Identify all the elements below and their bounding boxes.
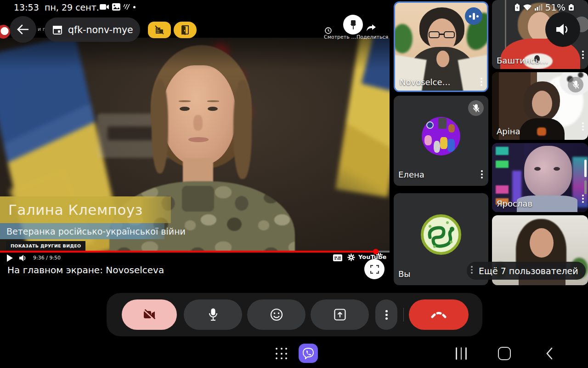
yaroslav-eye-right: [554, 167, 560, 171]
tile-menu-button[interactable]: [481, 78, 482, 86]
caption-subtitle-text: Ветеранка російсько-української війни: [0, 226, 186, 236]
more-users-pill[interactable]: Ещё 7 пользователей: [467, 262, 586, 280]
device-status-icons: 51%: [514, 2, 574, 13]
participant-name: Novoselce…: [400, 77, 451, 87]
glasses-right: [444, 31, 455, 38]
watch-later-label[interactable]: Смотреть …: [324, 34, 356, 40]
call-controls-bar: [107, 293, 482, 336]
viber-app-button[interactable]: [299, 344, 318, 363]
caption-banner-subtitle: Ветеранка російсько-української війни: [0, 223, 164, 239]
pinned-banner-text: На главном экране: Novoselceva: [7, 264, 164, 276]
speaker-icon: [555, 23, 570, 36]
mic-icon: [209, 308, 218, 321]
person-hair-right: [233, 80, 252, 179]
app-grid-button[interactable]: [276, 348, 288, 360]
back-arrow-icon: [17, 24, 29, 34]
meeting-code-pill[interactable]: qfk-nonv-mye: [45, 17, 140, 42]
fullscreen-button[interactable]: [364, 259, 384, 279]
sidebar-scrollbar-track[interactable]: [584, 180, 587, 194]
participant-tile-elena[interactable]: Елена: [394, 96, 488, 186]
meet-call-screen: 13:53 пн, 29 сент.: [0, 0, 588, 368]
subtitles-icon[interactable]: [333, 254, 342, 261]
wifi-icon: [523, 4, 532, 12]
participant-name: Аріна: [497, 126, 520, 136]
snake-avatar-art: [424, 217, 458, 252]
participant-name: Баштинсь…: [497, 56, 548, 65]
plant-decoration-left: [394, 24, 413, 53]
person-hair-left: [152, 79, 168, 173]
participant-tile-novoselceva[interactable]: Novoselce…: [394, 1, 488, 92]
meeting-code-text: qfk-nonv-mye: [68, 24, 133, 35]
volume-icon[interactable]: [19, 254, 28, 262]
yaroslav-head: [524, 146, 572, 198]
recents-button[interactable]: [456, 347, 467, 360]
watch-later-clock-icon: [325, 27, 332, 34]
battery-percent: 51%: [545, 2, 565, 13]
shared-screen-region: Галина Клемпоуз Ветеранка російсько-укра…: [0, 14, 390, 290]
controls-divider: [403, 308, 404, 322]
camcorder-icon: [99, 3, 109, 11]
participant-tile-arina[interactable]: Аріна: [492, 72, 588, 140]
mic-muted-icon: [568, 77, 583, 92]
shrink-icon[interactable]: [376, 253, 383, 259]
play-icon[interactable]: [6, 254, 13, 262]
tile-menu-button[interactable]: [582, 195, 584, 203]
participant-tile-yaroslav[interactable]: Ярослав: [492, 143, 588, 212]
building-mode-off-button[interactable]: [148, 22, 171, 38]
picture-in-picture-icon: [112, 3, 120, 11]
novoselceva-hand: [436, 51, 449, 67]
person-mouth: [188, 137, 209, 142]
back-nav-button[interactable]: [546, 347, 553, 360]
fullscreen-icon: [370, 265, 379, 274]
pin-button[interactable]: [343, 15, 363, 34]
video-title-fragment: и г: [38, 26, 45, 32]
signal-bars-icon: [535, 4, 543, 11]
yaroslav-eye-left: [534, 167, 541, 171]
participant-name: Елена: [398, 170, 424, 179]
battery-lock-icon: [568, 4, 574, 11]
volume-control-button[interactable]: [545, 12, 580, 47]
video-time-display: 9:36 / 9:50: [33, 255, 61, 261]
glasses-left: [429, 31, 440, 38]
person-brow-left: [179, 100, 191, 102]
status-date: пн, 29 сент.: [45, 2, 99, 12]
dot-indicator: [133, 6, 136, 8]
novoselceva-cardigan-right: [458, 55, 488, 92]
more-options-button[interactable]: [375, 299, 397, 330]
pin-icon: [349, 20, 357, 30]
person-eye-right: [208, 107, 218, 111]
camera-off-button[interactable]: [122, 299, 177, 330]
share-arrow-icon: [366, 24, 376, 32]
building-off-icon: [154, 25, 164, 35]
camera-off-icon: [143, 309, 156, 320]
arina-face: [532, 91, 552, 116]
share-label[interactable]: Поделиться: [356, 34, 388, 40]
video-progress-bar[interactable]: [0, 251, 390, 253]
video-top-shade: [0, 38, 390, 70]
present-screen-button[interactable]: [311, 299, 369, 330]
tile-menu-button[interactable]: [481, 170, 483, 178]
back-button[interactable]: [10, 16, 36, 43]
tile-menu-button[interactable]: [582, 51, 584, 59]
person-eye-left: [180, 107, 190, 111]
hang-up-button[interactable]: [409, 299, 469, 330]
more-options-icon: [385, 310, 388, 320]
home-button[interactable]: [498, 347, 511, 360]
leave-room-button[interactable]: [174, 22, 197, 38]
reactions-button[interactable]: [247, 299, 305, 330]
person-brow-right: [207, 100, 219, 102]
show-other-videos-chip[interactable]: ПОКАЗАТЬ ДРУГИЕ ВИДЕО: [6, 241, 85, 251]
settings-gear-icon[interactable]: [347, 253, 355, 261]
girl-face: [530, 228, 554, 258]
sidebar-scrollbar-thumb[interactable]: [584, 160, 587, 177]
elena-avatar: [422, 117, 460, 155]
hidden-menu-dots: [471, 266, 473, 274]
door-icon: [181, 25, 190, 35]
viber-icon: [302, 347, 314, 359]
arina-shirt-print: [537, 127, 546, 136]
hang-up-icon: [431, 311, 447, 318]
tile-menu-button[interactable]: [582, 122, 584, 131]
status-icons: [99, 3, 136, 11]
glasses-bridge: [439, 34, 444, 35]
mic-button[interactable]: [184, 299, 242, 330]
